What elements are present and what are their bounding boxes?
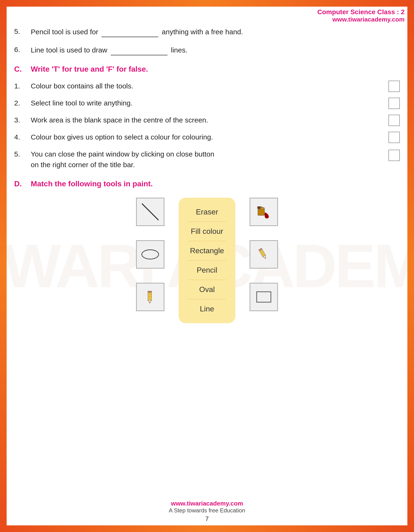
blank-6 (111, 44, 167, 55)
border-top (0, 0, 414, 7)
label-eraser: Eraser (188, 202, 226, 222)
svg-rect-5 (148, 291, 152, 293)
page-number: 7 (0, 515, 414, 522)
q-text-5: Pencil tool is used for anything with a … (31, 26, 400, 37)
svg-line-0 (142, 204, 158, 220)
svg-point-1 (142, 250, 158, 259)
footer-tagline: A Step towards free Education (0, 507, 414, 514)
border-right (407, 0, 414, 532)
header-title: Computer Science Class : 2 (317, 8, 404, 16)
label-rectangle: Rectangle (188, 241, 226, 260)
pencil-small-tool-box (250, 240, 278, 269)
eraser-tool-box (250, 198, 278, 226)
tf-item-2: 2. Select line tool to write anything. (14, 98, 400, 109)
label-fill-colour: Fill colour (188, 222, 226, 241)
pencil-small-icon (256, 246, 272, 263)
tf-num-1: 1. (14, 81, 31, 91)
q-num-6: 6. (14, 44, 31, 55)
svg-marker-4 (149, 302, 150, 304)
fill-question-6: 6. Line tool is used to draw lines. (14, 44, 400, 55)
tf-num-3: 3. (14, 115, 31, 125)
tf-item-1: 1. Colour box contains all the tools. (14, 81, 400, 92)
section-d-letter: D. (14, 180, 31, 188)
label-pencil: Pencil (188, 260, 226, 280)
blank-5 (101, 26, 158, 37)
tf-text-4: Colour box gives us option to select a c… (31, 132, 385, 142)
label-line: Line (188, 299, 226, 318)
section-c-letter: C. (14, 65, 31, 74)
center-labels: Eraser Fill colour Rectangle Pencil Oval… (179, 198, 235, 323)
tf-num-2: 2. (14, 98, 31, 108)
fill-question-5: 5. Pencil tool is used for anything with… (14, 26, 400, 37)
section-d-header: D. Match the following tools in paint. (14, 180, 400, 188)
tf-item-4: 4. Colour box gives us option to select … (14, 132, 400, 143)
tf-text-3: Work area is the blank space in the cent… (31, 115, 385, 125)
line-tool-box (136, 198, 164, 226)
rectangle-icon (254, 290, 273, 304)
section-c-title: Write 'T' for true and 'F' for false. (31, 65, 148, 74)
line-tool-icon (141, 202, 160, 221)
tf-num-4: 4. (14, 132, 31, 142)
rectangle-tool-box (250, 283, 278, 311)
tf-item-5: 5. You can close the paint window by cli… (14, 149, 400, 170)
oval-tool-icon (141, 247, 160, 262)
border-bottom (0, 525, 414, 532)
tf-num-5b: 5. (14, 149, 31, 159)
border-left (0, 0, 7, 532)
tf-box-1 (388, 81, 400, 92)
label-oval: Oval (188, 280, 226, 299)
tf-box-3 (388, 115, 400, 126)
svg-rect-2 (148, 292, 152, 300)
pencil-tool-icon (143, 290, 157, 304)
tf-text-2: Select line tool to write anything. (31, 98, 385, 108)
pencil-tool-box (136, 283, 164, 311)
header: Computer Science Class : 2 www.tiwariaca… (317, 8, 404, 23)
tf-item-3: 3. Work area is the blank space in the c… (14, 115, 400, 126)
footer: www.tiwariacademy.com A Step towards fre… (0, 500, 414, 522)
fill-colour-icon (256, 204, 272, 220)
svg-rect-15 (257, 292, 271, 302)
match-area: Eraser Fill colour Rectangle Pencil Oval… (14, 198, 400, 323)
header-url: www.tiwariacademy.com (317, 16, 404, 23)
main-content: 5. Pencil tool is used for anything with… (14, 26, 400, 518)
tf-text-1: Colour box contains all the tools. (31, 81, 385, 91)
tf-box-2 (388, 98, 400, 109)
section-d-title: Match the following tools in paint. (31, 180, 153, 188)
footer-url: www.tiwariacademy.com (0, 500, 414, 507)
oval-tool-box (136, 240, 164, 269)
left-tools (136, 198, 164, 311)
tf-box-5 (388, 150, 400, 161)
tf-text-5b: You can close the paint window by clicki… (31, 149, 385, 170)
q-num-5: 5. (14, 26, 31, 37)
tf-box-4 (388, 132, 400, 143)
q-text-6: Line tool is used to draw lines. (31, 44, 400, 55)
section-c-header: C. Write 'T' for true and 'F' for false. (14, 65, 400, 74)
section-d: D. Match the following tools in paint. (14, 180, 400, 323)
svg-rect-10 (257, 206, 261, 209)
right-tools (250, 198, 278, 311)
